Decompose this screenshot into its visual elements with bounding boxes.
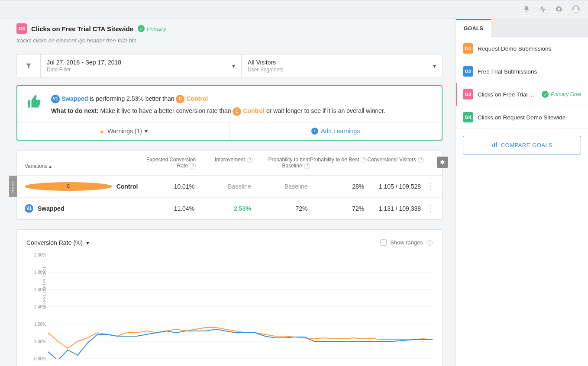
cell-improvement: 2.53% — [194, 205, 251, 212]
warnings-button[interactable]: ▲ Warnings (1) ▾ — [17, 122, 230, 140]
cell-prob-base: 72% — [251, 205, 308, 212]
date-filter[interactable]: Jul 27, 2018 - Sep 17, 2018 Date Filter … — [41, 54, 242, 77]
variant-name: Swapped — [38, 205, 64, 212]
main-area: G3 Clicks on Free Trial CTA Sitewide ✓ P… — [0, 19, 456, 366]
check-icon: ✓ — [542, 91, 549, 98]
cell-conv: 1,105 / 109,528 — [364, 183, 421, 190]
goal-header: G3 Clicks on Free Trial CTA Sitewide ✓ P… — [16, 23, 456, 37]
goal-badge: G1 — [463, 43, 473, 54]
chart-line-swapped — [48, 329, 433, 359]
insight-card: V1 Swapped is performing 2.53% better th… — [16, 85, 443, 141]
caret-down-icon: ▾ — [433, 62, 436, 69]
show-ranges-toggle[interactable]: Show ranges ? — [380, 239, 433, 246]
goal-badge: G3 — [16, 23, 27, 34]
filter-icon[interactable] — [16, 54, 41, 77]
cell-prob-best: 72% — [308, 205, 365, 212]
table-row: BASECControl10.01%BaselineBaseline28%1,1… — [17, 176, 442, 198]
row-menu-button[interactable]: ⋮ — [421, 204, 434, 213]
primary-label: Primary — [147, 26, 166, 32]
segment-label: User Segments — [248, 67, 284, 73]
goals-list: G1Request Demo SubmissionsG2Free Trial S… — [456, 37, 588, 129]
goal-name: Free Trial Submissions — [478, 68, 581, 75]
col-ecr[interactable]: Expected Conversion Rate? — [139, 157, 196, 169]
user-icon[interactable] — [572, 5, 580, 15]
table-header: Variations ▴ Expected Conversion Rate? I… — [17, 151, 442, 176]
y-tick: 0.80% — [26, 356, 46, 361]
cell-conv: 1,131 / 109,338 — [364, 205, 421, 212]
date-value: Jul 27, 2018 - Sep 17, 2018 — [47, 59, 121, 66]
caret-down-icon: ▾ — [145, 128, 148, 135]
cell-ecr: 11.04% — [138, 205, 194, 212]
col-conv[interactable]: Conversions/ Visitors? — [367, 157, 424, 169]
segment-value: All Visitors — [248, 59, 284, 66]
bar-chart-icon — [491, 141, 498, 149]
row-menu-button[interactable]: ⋮ — [421, 182, 434, 191]
topbar — [0, 0, 588, 19]
goal-subtitle: tracks clicks on element #js-header-free… — [16, 37, 456, 44]
base-tag: BASE — [9, 176, 17, 197]
goal-badge: G2 — [463, 66, 473, 77]
variant-chip-v1: V1 — [51, 95, 60, 103]
variant-name: Control — [116, 183, 138, 190]
y-tick: 1.60% — [26, 287, 46, 292]
variant-chip-control: C — [176, 95, 184, 103]
col-variations[interactable]: Variations ▴ — [25, 157, 139, 169]
goal-badge: G4 — [463, 112, 473, 122]
cell-improvement: Baseline — [194, 183, 251, 190]
goal-name: Clicks on Request Demo Sitewide — [478, 114, 581, 121]
table-settings-button[interactable]: ✱ — [437, 157, 448, 168]
add-learnings-button[interactable]: + Add Learnings — [230, 122, 442, 140]
goal-badge: G3 — [463, 89, 473, 100]
filter-bar: Jul 27, 2018 - Sep 17, 2018 Date Filter … — [16, 54, 443, 77]
svg-rect-9 — [492, 144, 493, 147]
chart-line-control — [48, 327, 433, 348]
gear-icon[interactable] — [555, 5, 563, 14]
sidebar-goal-item[interactable]: G1Request Demo Submissions — [456, 37, 588, 60]
chart-card: Conversion Rate (%) ▾ Show ranges ? CONV… — [16, 229, 443, 366]
variant-name-control: Control — [186, 95, 208, 102]
svg-point-1 — [575, 6, 578, 10]
warning-icon: ▲ — [99, 128, 105, 135]
y-tick: 1.00% — [26, 339, 46, 344]
checkbox-icon — [380, 239, 387, 246]
primary-pill: ✓ Primary — [138, 25, 166, 32]
tab-goals[interactable]: GOALS — [456, 19, 491, 37]
goal-name: Request Demo Submissions — [478, 45, 581, 52]
plus-icon: + — [311, 128, 318, 135]
cell-prob-best: 28% — [308, 183, 365, 190]
y-tick: 1.20% — [26, 321, 46, 326]
goal-title: Clicks on Free Trial CTA Sitewide — [31, 25, 133, 32]
goal-name: Clicks on Free Trial ... — [478, 91, 537, 98]
caret-down-icon: ▾ — [232, 62, 235, 69]
table-row: V1Swapped11.04%2.53%72%72%1,131 / 109,33… — [17, 198, 442, 219]
date-label: Date Filter — [47, 67, 121, 73]
compare-goals-button[interactable]: COMPARE GOALS — [463, 136, 581, 154]
svg-rect-10 — [494, 143, 494, 147]
y-tick: 1.40% — [26, 304, 46, 309]
sidebar-goal-item[interactable]: G3Clicks on Free Trial ...✓Primary Goal — [456, 83, 588, 106]
svg-rect-11 — [496, 142, 497, 147]
cell-ecr: 10.01% — [138, 183, 194, 190]
segment-filter[interactable]: All Visitors User Segments ▾ — [242, 54, 443, 77]
y-tick: 1.80% — [26, 270, 46, 274]
y-tick: 2.00% — [26, 252, 46, 257]
col-prob-base[interactable]: Probability to beat Baseline? — [253, 157, 310, 169]
sidebar-goal-item[interactable]: G2Free Trial Submissions — [456, 60, 588, 83]
variant-chip: C — [25, 182, 112, 191]
check-icon: ✓ — [138, 25, 145, 32]
variations-table: ✱ Variations ▴ Expected Conversion Rate?… — [16, 150, 443, 220]
variant-chip: V1 — [25, 204, 33, 213]
thumbs-up-icon — [27, 94, 42, 116]
variant-name-swapped: Swapped — [61, 95, 88, 102]
activity-icon[interactable] — [539, 5, 546, 14]
bell-icon[interactable] — [523, 6, 530, 14]
sidebar: GOALS G1Request Demo SubmissionsG2Free T… — [456, 19, 588, 366]
sidebar-tabs: GOALS — [456, 19, 588, 37]
variant-chip-control: C — [233, 107, 241, 116]
col-prob-best[interactable]: Probability to be Best? — [310, 157, 367, 169]
chart-area: CONVERSION RATE 2.00%1.80%1.60%1.40%1.20… — [26, 255, 433, 359]
sidebar-goal-item[interactable]: G4Clicks on Request Demo Sitewide — [456, 106, 588, 129]
line-chart — [48, 255, 433, 359]
chart-title-dropdown[interactable]: Conversion Rate (%) ▾ — [26, 239, 89, 246]
col-improvement[interactable]: Improvement? — [196, 157, 253, 169]
